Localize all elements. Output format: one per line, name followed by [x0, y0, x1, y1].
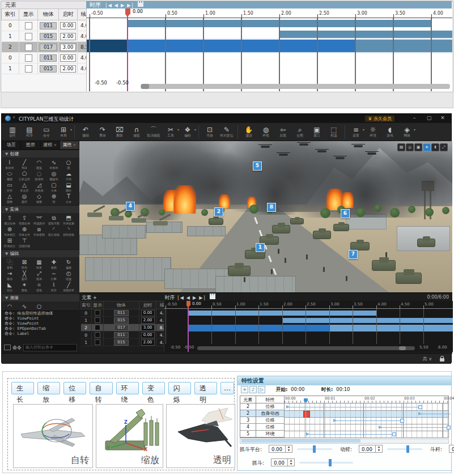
toolbar-button-漫游[interactable]: ✋漫游: [240, 126, 257, 138]
effect-card-自转[interactable]: 自转: [13, 404, 93, 468]
viewport-tool-4[interactable]: ⬍: [431, 143, 439, 151]
section-header-创建[interactable]: ▼创建: [2, 150, 79, 158]
visibility-checkbox[interactable]: [95, 317, 100, 323]
mini-table-row[interactable]: 20173.008.50: [81, 324, 173, 332]
keyframe-start-marker[interactable]: [286, 405, 290, 409]
tool-样条面[interactable]: ◿样条面: [32, 182, 46, 192]
playhead-marker[interactable]: [186, 301, 190, 305]
keyframe-end-marker[interactable]: [418, 405, 422, 409]
timeline-bar[interactable]: [355, 40, 452, 52]
scrollbar-handle[interactable]: [241, 439, 360, 443]
tool-样条线[interactable]: ∿样条线: [46, 159, 61, 169]
mini-timeline-area[interactable]: -0.500.501.001.502.002.503.003.504.004.5…: [164, 301, 453, 352]
table-row[interactable]: 10152.004.00: [2, 31, 95, 42]
timeline-bar[interactable]: [329, 325, 453, 332]
visibility-checkbox[interactable]: [95, 332, 100, 338]
visibility-checkbox[interactable]: [25, 54, 32, 62]
tool-切角[interactable]: ⌗切角: [32, 282, 46, 292]
viewport-tool-0[interactable]: ▤: [397, 143, 405, 151]
object-chip[interactable]: 015: [114, 317, 129, 324]
tool-延伸[interactable]: ⤢延伸: [32, 270, 46, 280]
tool-实体轮廓[interactable]: ⬒实体轮廓: [61, 215, 76, 225]
keyframe-span[interactable]: [379, 427, 448, 428]
effect-button-透明[interactable]: 透明: [194, 382, 217, 394]
props-tool-0[interactable]: +: [241, 386, 248, 393]
slider-thumb[interactable]: [329, 459, 332, 466]
toolbar-button-全图[interactable]: ⌕全图: [291, 126, 308, 138]
timeline-bar[interactable]: [279, 31, 452, 38]
close-icon[interactable]: ×: [73, 143, 76, 147]
tool-实体合并[interactable]: ⊕实体合并: [17, 226, 32, 236]
view-mode-dropdown[interactable]: 高 ∨: [423, 356, 432, 362]
value-spinner[interactable]: 0.00▲▼: [271, 458, 295, 466]
keyframe-span[interactable]: [334, 420, 402, 421]
toolbar-button-设置[interactable]: ≡设置▾: [347, 126, 364, 138]
chevron-down-icon[interactable]: ∨: [12, 115, 15, 120]
slider-track[interactable]: [297, 448, 332, 450]
mini-table-row[interactable]: 10152.004.00: [81, 317, 173, 324]
keyframe-start-marker[interactable]: [306, 432, 309, 436]
tool-变面拉伸[interactable]: ⇪变面拉伸: [17, 215, 32, 225]
tool-阵列[interactable]: ⊠阵列: [17, 259, 32, 269]
effect-card-透明[interactable]: 透明: [166, 404, 235, 468]
value-spinner[interactable]: 0.00▲▼: [449, 445, 454, 453]
mini-table-row[interactable]: 10152.004.00: [81, 339, 173, 346]
keyframe-start-marker[interactable]: [333, 419, 337, 422]
keyframe-red[interactable]: [303, 411, 310, 418]
tool-文本[interactable]: T文本: [61, 193, 76, 203]
step-back-icon[interactable]: |◀: [177, 295, 185, 300]
playhead-line[interactable]: [127, 8, 128, 91]
tool-区域拆分[interactable]: ⊞区域拆分: [2, 237, 17, 248]
keyframe-span[interactable]: [307, 434, 394, 435]
mini-table-row[interactable]: 00110.004.00: [81, 332, 173, 339]
start-time-input[interactable]: 0.00: [60, 22, 76, 29]
minimize-button[interactable]: –: [410, 115, 418, 121]
mini-table-row[interactable]: 00110.004.00: [81, 309, 173, 317]
slider-thumb[interactable]: [313, 445, 316, 453]
sidebar-tab-建模[interactable]: 建模×: [41, 141, 60, 149]
visibility-checkbox[interactable]: [25, 44, 32, 51]
tool-多段线[interactable]: ⌇多段线: [2, 159, 17, 169]
scene-marker-4[interactable]: 4: [126, 202, 135, 211]
tool-实体复制[interactable]: ⧈实体复制: [32, 226, 46, 236]
tool-圆角[interactable]: ✶圆角: [17, 282, 32, 292]
timeline-scrollbar[interactable]: [141, 84, 450, 89]
keyframe-start-marker[interactable]: [418, 412, 422, 415]
reverse-play-icon[interactable]: ◀: [186, 295, 191, 300]
console-input[interactable]: 输入控制台命令: [23, 344, 77, 351]
effect-button-环绕[interactable]: 环绕: [116, 382, 139, 394]
playhead-marker[interactable]: [125, 8, 130, 14]
object-chip[interactable]: 017: [114, 325, 129, 331]
tool-圆柱[interactable]: ⬓圆柱: [61, 182, 76, 192]
object-chip[interactable]: 017: [40, 44, 57, 51]
object-chip[interactable]: 011: [114, 310, 129, 316]
slider-track[interactable]: [387, 448, 422, 450]
toolbar-button-框选[interactable]: ⬚框选: [325, 126, 342, 138]
tool-正多边形[interactable]: ⬠正多边形: [17, 171, 32, 181]
object-chip[interactable]: 011: [114, 332, 129, 338]
value-spinner[interactable]: 0.00▲▼: [359, 445, 383, 453]
table-row[interactable]: 00110.004.00: [2, 53, 95, 63]
visibility-checkbox[interactable]: [25, 65, 32, 73]
sidebar-tab-图层[interactable]: 图层: [21, 141, 40, 149]
tool-联集[interactable]: ▦联集: [32, 259, 46, 269]
tool-圆[interactable]: ○圆: [61, 159, 76, 169]
toolbar-button-编组[interactable]: ❖编组▾: [179, 126, 196, 138]
keyframe-grid[interactable]: 元素特性00:0000:0100:0200:0300:042位移2自身动画3位移…: [240, 396, 449, 438]
tool-延长倒角[interactable]: ◜延长倒角: [46, 226, 61, 236]
keyframe-start-marker[interactable]: [379, 426, 382, 429]
tool-提取草图[interactable]: ⧉提取草图: [46, 215, 61, 225]
toolbar-button-撤销[interactable]: ↶撤销: [77, 126, 94, 138]
viewport-tool-2[interactable]: ▣: [414, 143, 422, 151]
tool-椭圆[interactable]: ⬭椭圆: [2, 171, 17, 181]
clapper-icon[interactable]: [210, 295, 215, 299]
visibility-checkbox[interactable]: [95, 339, 100, 345]
object-chip[interactable]: 011: [40, 54, 57, 62]
timeline-scrollbar[interactable]: [197, 346, 415, 350]
keyframe-span[interactable]: [287, 407, 420, 407]
toolbar-button-创作[interactable]: ▥创作: [4, 126, 21, 138]
effect-card-缩放[interactable]: ZXY缩放: [96, 404, 163, 468]
start-time-input[interactable]: 3.00: [141, 325, 155, 331]
tool-球[interactable]: ⊕球: [46, 193, 61, 203]
play-icon[interactable]: ▶: [193, 295, 197, 300]
